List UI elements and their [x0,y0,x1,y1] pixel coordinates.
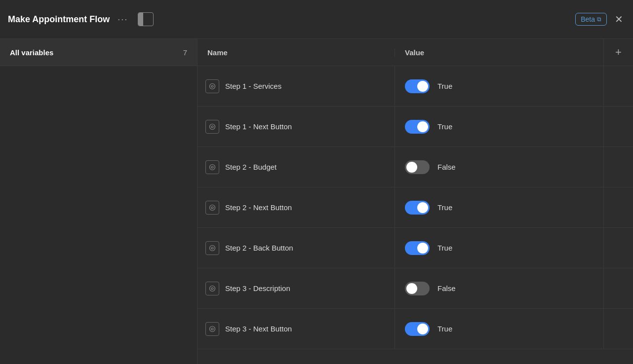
svg-point-13 [211,328,213,330]
table-row: Step 2 - Budget False [198,147,633,187]
toggle-knob-0 [417,81,428,92]
main-layout: All variables 7 Name Value + Step 1 - Se… [0,39,633,364]
cell-extra-6 [603,309,633,349]
toggle-2[interactable] [405,160,430,174]
table-body: Step 1 - Services True Step 1 - Next But… [198,66,633,364]
table-row: Step 1 - Services True [198,66,633,107]
variable-name-2: Step 2 - Budget [225,163,277,171]
variable-name-5: Step 3 - Description [225,284,290,292]
svg-point-2 [210,124,215,129]
value-text-3: True [437,203,452,212]
variable-icon-3 [205,201,219,215]
variable-name-4: Step 2 - Back Button [225,244,293,252]
cell-name-2: Step 2 - Budget [198,147,395,187]
cell-name-6: Step 3 - Next Button [198,309,395,349]
variable-icon-5 [205,282,219,295]
toggle-knob-5 [406,283,417,294]
cell-name-0: Step 1 - Services [198,66,395,106]
svg-point-10 [210,286,215,291]
toggle-3[interactable] [405,201,430,215]
value-text-0: True [437,82,452,90]
cell-name-4: Step 2 - Back Button [198,228,395,268]
cell-value-0: True [395,66,603,106]
variable-icon-4 [205,241,219,255]
toggle-panel-button[interactable] [138,12,154,26]
add-variable-button[interactable]: + [603,39,633,66]
toggle-knob-2 [406,162,417,173]
cell-value-5: False [395,268,603,308]
svg-point-7 [211,207,213,209]
value-text-4: True [437,244,452,252]
cell-value-4: True [395,228,603,268]
value-text-2: False [437,163,456,171]
cell-extra-0 [603,66,633,106]
table-row: Step 2 - Back Button True [198,228,633,268]
svg-point-8 [210,245,215,251]
close-button[interactable]: ✕ [613,11,625,27]
app-title: Make Appointment Flow [8,14,110,25]
table-row: Step 2 - Next Button True [198,187,633,228]
toggle-knob-3 [417,202,428,213]
svg-point-0 [210,83,215,89]
variable-name-0: Step 1 - Services [225,82,281,90]
col-name-header: Name [198,48,395,57]
variable-icon-0 [205,79,219,93]
header: Make Appointment Flow ··· Beta ⧉ ✕ [0,0,633,39]
cell-value-2: False [395,147,603,187]
variable-icon-2 [205,160,219,174]
toggle-5[interactable] [405,282,430,295]
svg-point-12 [210,326,215,331]
toggle-knob-6 [417,324,428,334]
svg-point-11 [211,288,213,290]
cell-extra-1 [603,107,633,146]
value-text-6: True [437,325,452,333]
cell-name-1: Step 1 - Next Button [198,107,395,146]
toggle-0[interactable] [405,79,430,93]
beta-label: Beta [581,15,595,23]
toggle-6[interactable] [405,322,430,336]
toggle-knob-1 [417,121,428,132]
sidebar-label: All variables [10,48,53,57]
value-text-1: True [437,122,452,131]
cell-name-5: Step 3 - Description [198,268,395,308]
cell-extra-3 [603,187,633,227]
variable-name-3: Step 2 - Next Button [225,203,292,212]
table-row: Step 3 - Description False [198,268,633,309]
toggle-4[interactable] [405,241,430,255]
svg-point-5 [211,166,213,168]
svg-point-1 [211,85,213,87]
cell-value-3: True [395,187,603,227]
sidebar-count: 7 [183,48,187,57]
cell-value-6: True [395,309,603,349]
beta-button[interactable]: Beta ⧉ [575,13,607,26]
cell-value-1: True [395,107,603,146]
value-text-5: False [437,284,456,292]
variable-icon-6 [205,322,219,336]
sidebar: All variables 7 [0,39,198,364]
variables-table: Name Value + Step 1 - Services True [198,39,633,364]
cell-name-3: Step 2 - Next Button [198,187,395,227]
more-options-button[interactable]: ··· [118,14,128,25]
table-row: Step 3 - Next Button True [198,309,633,349]
col-value-header: Value [395,48,603,57]
table-header: Name Value + [198,39,633,66]
toggle-knob-4 [417,243,428,254]
table-row: Step 1 - Next Button True [198,107,633,147]
cell-extra-4 [603,228,633,268]
header-right: Beta ⧉ ✕ [575,11,625,27]
external-link-icon: ⧉ [597,16,601,23]
svg-point-6 [210,205,215,210]
variable-icon-1 [205,120,219,134]
svg-point-3 [211,126,213,128]
variable-name-1: Step 1 - Next Button [225,122,292,131]
cell-extra-5 [603,268,633,308]
svg-point-9 [211,247,213,249]
variable-name-6: Step 3 - Next Button [225,325,292,333]
all-variables-row[interactable]: All variables 7 [0,39,197,66]
svg-point-4 [210,164,215,170]
toggle-1[interactable] [405,120,430,134]
cell-extra-2 [603,147,633,187]
